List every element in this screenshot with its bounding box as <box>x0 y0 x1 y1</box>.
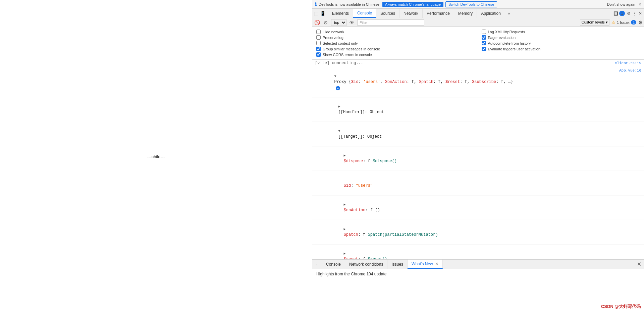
setting-selected-context: Selected context only <box>316 41 475 45</box>
expand-handler-icon[interactable] <box>338 104 340 109</box>
tab-sources[interactable]: Sources <box>376 9 399 18</box>
setting-hide-network: Hide network <box>316 30 475 34</box>
setting-autocomplete-history: Autocomplete from history <box>482 41 640 45</box>
preserve-log-label: Preserve log <box>323 36 343 40</box>
hide-network-checkbox[interactable] <box>316 30 321 34</box>
badge-count: 1 <box>619 11 625 16</box>
devtools-panel: ℹ DevTools is now available in Chinese! … <box>312 0 644 313</box>
btab-console[interactable]: Console <box>322 260 345 269</box>
tab-elements[interactable]: Elements <box>328 9 353 18</box>
console-line-text: $onAction: f () <box>324 196 641 219</box>
child-text: ---child--- <box>147 154 165 159</box>
tab-memory[interactable]: Memory <box>454 9 477 18</box>
setting-evaluate-triggers: Evaluate triggers user activation <box>482 47 640 51</box>
close-devtools-icon[interactable]: ✕ <box>639 11 642 16</box>
info-icon: ℹ <box>315 2 317 7</box>
btab-issues[interactable]: Issues <box>387 260 408 269</box>
selected-context-label: Selected context only <box>323 41 358 45</box>
console-line-reset: $reset: f $reset() <box>312 244 644 259</box>
console-line-target: [[Target]]: Object <box>312 122 644 146</box>
expand-patch-icon[interactable] <box>344 226 346 232</box>
tab-network[interactable]: Network <box>399 9 423 18</box>
eager-evaluation-checkbox[interactable] <box>482 35 486 40</box>
console-line-text: Proxy {$id: 'users', $onAction: f, $patc… <box>315 68 616 96</box>
badge-1: 🔲 1 <box>613 11 625 16</box>
setting-preserve-log: Preserve log <box>316 35 475 40</box>
group-similar-checkbox[interactable] <box>316 47 321 51</box>
console-line-text: $patch: f $patch(partialStateOrMutator) <box>324 221 641 243</box>
main-tabs: Elements Console Sources Network Perform… <box>328 9 611 18</box>
evaluate-triggers-checkbox[interactable] <box>482 47 486 51</box>
bottom-tab-bar: ⋮ Console Network conditions Issues What… <box>312 260 644 269</box>
console-filter-icon[interactable]: ⊙ <box>322 19 329 26</box>
settings-icon[interactable]: ⚙ <box>627 11 631 16</box>
console-line-text: $dispose: f $dispose() <box>324 147 641 170</box>
console-line-text: $reset: f $reset() <box>324 245 641 259</box>
console-line-patch: $patch: f $patch(partialStateOrMutator) <box>312 220 644 244</box>
whats-new-label: What's New <box>412 262 433 266</box>
autocomplete-history-label: Autocomplete from history <box>488 41 531 45</box>
setting-eager-evaluation: Eager evaluation <box>482 35 640 40</box>
console-toolbar: 🚫 ⊙ top 👁 Custom levels ▾ ⚠ 1 Issue: 1 ⚙ <box>312 18 644 27</box>
console-line-vite-connecting: [vite] connecting... client.ts:19 <box>312 60 644 67</box>
setting-show-cors: Show CORS errors in console <box>316 52 475 57</box>
close-drawer-icon[interactable]: ✕ <box>634 260 644 269</box>
show-cors-label: Show CORS errors in console <box>323 53 372 57</box>
btab-whats-new[interactable]: What's New ✕ <box>408 260 443 269</box>
proxy-info-icon[interactable]: i <box>336 86 340 90</box>
console-line-source[interactable]: App.vue:10 <box>619 68 641 74</box>
devtools-icons-group: ⬚ 📱 <box>312 9 328 18</box>
console-output[interactable]: [vite] connecting... client.ts:19 Proxy … <box>312 60 644 259</box>
issue-text: 1 Issue: <box>617 20 630 25</box>
close-whats-new-icon[interactable]: ✕ <box>435 262 438 266</box>
btab-network-conditions[interactable]: Network conditions <box>345 260 387 269</box>
tab-application[interactable]: Application <box>477 9 505 18</box>
devtools-tab-bar: ⬚ 📱 Elements Console Sources Network Per… <box>312 9 644 18</box>
autocomplete-history-checkbox[interactable] <box>482 41 486 45</box>
hide-network-label: Hide network <box>323 30 344 34</box>
issue-warning-icon: ⚠ <box>611 20 615 25</box>
log-xmlhttprequests-checkbox[interactable] <box>482 30 486 34</box>
issue-count: 1 <box>631 20 636 25</box>
console-line-proxy: Proxy {$id: 'users', $onAction: f, $patc… <box>312 67 644 97</box>
clear-console-icon[interactable]: 🚫 <box>314 19 320 26</box>
expand-reset-icon[interactable] <box>344 251 346 257</box>
dont-show-again-button[interactable]: Don't show again <box>607 2 635 6</box>
page-content: ---child--- <box>0 0 312 313</box>
expand-proxy-icon[interactable] <box>334 74 336 79</box>
inspect-icon[interactable]: ⬚ <box>314 11 319 16</box>
more-tabs-icon[interactable]: » <box>505 9 513 18</box>
setting-group-similar: Group similar messages in console <box>316 47 475 51</box>
console-filter-input[interactable] <box>357 19 424 26</box>
eye-icon[interactable]: 👁 <box>348 19 355 26</box>
bottom-content-text: Highlights from the Chrome 104 update <box>316 272 386 276</box>
expand-onaction-icon[interactable] <box>344 202 346 208</box>
console-settings-icon[interactable]: ⚙ <box>638 20 643 25</box>
log-xmlhttprequests-label: Log XMLHttpRequests <box>488 30 525 34</box>
preserve-log-checkbox[interactable] <box>316 35 321 40</box>
tab-console[interactable]: Console <box>353 9 376 18</box>
show-cors-checkbox[interactable] <box>316 52 321 57</box>
context-selector[interactable]: top <box>331 19 346 26</box>
console-line-source[interactable]: client.ts:19 <box>615 60 641 66</box>
issue-badge: ⚠ 1 Issue: 1 <box>611 20 636 25</box>
bottom-content: Highlights from the Chrome 104 update <box>312 269 644 313</box>
selected-context-checkbox[interactable] <box>316 41 321 45</box>
close-infobar-icon[interactable]: × <box>639 2 641 7</box>
console-settings-panel: Hide network Log XMLHttpRequests Preserv… <box>312 27 644 60</box>
tab-performance[interactable]: Performance <box>423 9 454 18</box>
console-line-text: $id: "users" <box>324 172 641 194</box>
custom-levels-button[interactable]: Custom levels ▾ <box>580 19 609 26</box>
more-options-icon[interactable]: ⋮ <box>633 11 637 16</box>
console-line-text: [[Target]]: Object <box>319 123 641 145</box>
console-line-text: [vite] connecting... <box>315 60 612 66</box>
expand-dispose-icon[interactable] <box>344 153 346 159</box>
bottom-tab-more-icon[interactable]: ⋮ <box>312 260 322 269</box>
info-message: DevTools is now available in Chinese! <box>319 2 380 6</box>
switch-devtools-button[interactable]: Switch DevTools to Chinese <box>445 1 497 7</box>
expand-target-icon[interactable] <box>338 128 340 134</box>
info-bar: ℹ DevTools is now available in Chinese! … <box>312 0 644 9</box>
console-line-onaction: $onAction: f () <box>312 195 644 220</box>
match-language-button[interactable]: Always match Chrome's language <box>382 2 443 7</box>
device-icon[interactable]: 📱 <box>320 11 326 16</box>
